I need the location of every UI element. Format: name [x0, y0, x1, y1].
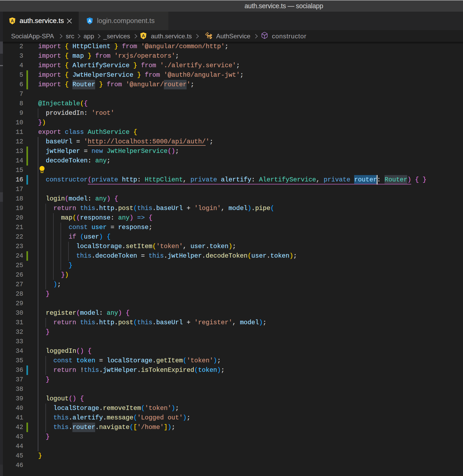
svg-text:A: A — [88, 18, 91, 24]
svg-text:A: A — [142, 33, 145, 38]
svg-text:A: A — [11, 18, 14, 24]
